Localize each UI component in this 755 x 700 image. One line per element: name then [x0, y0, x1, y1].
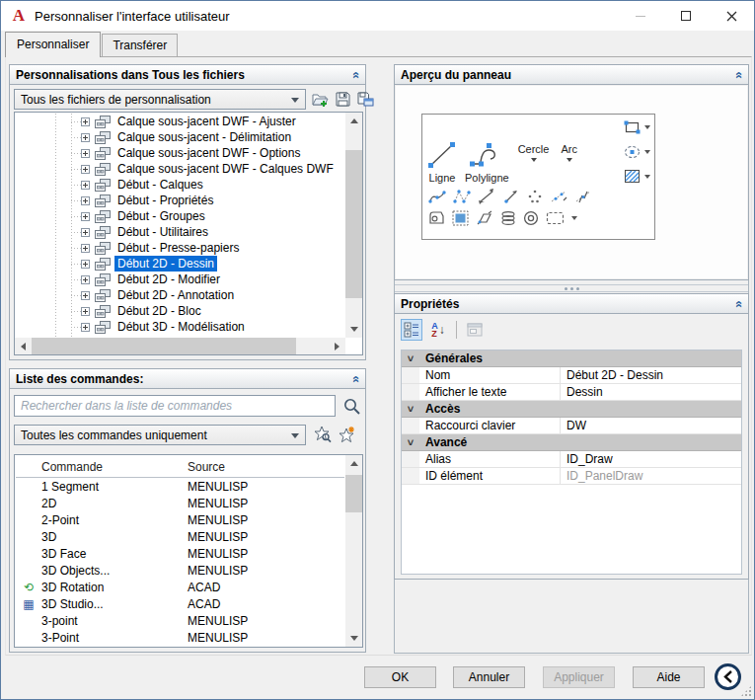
collapse-icon[interactable]: « — [733, 300, 743, 307]
collapse-icon[interactable]: « — [350, 375, 360, 382]
command-row[interactable]: 3-Point MENULISP — [16, 629, 344, 646]
scroll-down-icon[interactable] — [345, 321, 362, 338]
tree-item[interactable]: Début 2D - Annotation — [16, 287, 344, 303]
scroll-left-icon[interactable] — [15, 338, 32, 354]
gradient-icon[interactable] — [452, 210, 469, 226]
surface-icon[interactable] — [476, 210, 493, 226]
expand-plus-icon[interactable] — [81, 228, 90, 237]
customization-file-combo[interactable]: Tous les fichiers de personnalisation — [14, 89, 306, 110]
pane-splitter[interactable] — [395, 284, 748, 292]
cercle-button[interactable]: Cercle — [512, 118, 556, 186]
alphabetical-sort-button[interactable]: AZ↓ — [427, 319, 449, 341]
command-vscroll-thumb[interactable] — [345, 475, 362, 512]
tree-item[interactable]: Début - Groupes — [16, 208, 344, 224]
tree-item[interactable]: Début 2D - Modifier — [16, 272, 344, 287]
tree-item[interactable]: Calque sous-jacent DWF - Calques DWF — [16, 161, 344, 177]
column-commande[interactable]: Commande — [41, 460, 188, 474]
property-row[interactable]: Raccourci clavier DW — [402, 418, 741, 434]
expand-plus-icon[interactable] — [81, 307, 90, 316]
collapse-icon[interactable]: « — [733, 71, 743, 78]
boundary-icon[interactable] — [546, 211, 565, 225]
scroll-up-icon[interactable] — [345, 455, 362, 472]
expand-plus-icon[interactable] — [81, 275, 90, 284]
rectangle-button[interactable] — [624, 120, 650, 134]
multiple-points-icon[interactable] — [527, 189, 543, 204]
save-as-icon[interactable] — [357, 91, 374, 108]
column-source[interactable]: Source — [188, 460, 225, 474]
search-icon[interactable] — [342, 397, 361, 416]
tree-item[interactable]: Début 2D - Dessin — [16, 256, 344, 272]
expand-plus-icon[interactable] — [81, 133, 90, 142]
minimize-button[interactable] — [618, 1, 663, 31]
property-row[interactable]: ID élément ID_PanelDraw — [402, 468, 741, 485]
expand-plus-icon[interactable] — [81, 212, 90, 221]
tree-horizontal-scrollbar[interactable] — [15, 338, 345, 354]
scroll-up-icon[interactable] — [345, 113, 362, 129]
maximize-button[interactable] — [663, 1, 709, 31]
property-value[interactable]: Dessin — [560, 384, 741, 400]
property-row[interactable]: Alias ID_Draw — [402, 451, 741, 468]
revision-stack-icon[interactable] — [500, 210, 516, 226]
scroll-right-icon[interactable] — [329, 338, 345, 354]
tree-item[interactable]: Début 3D - Modélisation — [16, 319, 344, 335]
close-button[interactable] — [709, 1, 754, 31]
save-icon[interactable] — [335, 91, 351, 108]
tree-item[interactable]: Début - Presse-papiers — [16, 240, 344, 256]
donut-icon[interactable] — [523, 210, 539, 226]
ray-icon[interactable] — [502, 189, 520, 204]
cancel-button[interactable]: Annuler — [453, 666, 525, 688]
region-icon[interactable] — [428, 210, 445, 226]
tree-item[interactable]: Calque sous-jacent - Délimitation — [16, 129, 344, 145]
expand-plus-icon[interactable] — [81, 149, 90, 158]
collapse-dialog-button[interactable] — [715, 663, 741, 690]
expand-plus-icon[interactable] — [81, 323, 90, 332]
property-value[interactable]: ID_Draw — [560, 451, 741, 467]
tab-personnaliser[interactable]: Personnaliser — [5, 32, 101, 57]
expand-plus-icon[interactable] — [81, 181, 90, 190]
help-button[interactable]: Aide — [633, 666, 705, 688]
property-row[interactable]: Accès — [402, 401, 741, 418]
tab-transferer[interactable]: Transférer — [102, 34, 178, 57]
property-value[interactable]: ID_PanelDraw — [560, 468, 741, 484]
resize-grip[interactable] — [741, 686, 751, 696]
command-row[interactable]: 2-Point MENULISP — [16, 511, 344, 528]
xline-icon[interactable] — [478, 189, 495, 204]
spline-fit-icon[interactable] — [428, 189, 446, 204]
spline-cv-icon[interactable] — [453, 189, 471, 204]
polyligne-button[interactable]: Polyligne — [462, 118, 512, 186]
divide-icon[interactable] — [550, 189, 567, 204]
expand-plus-icon[interactable] — [81, 165, 90, 174]
expand-plus-icon[interactable] — [81, 291, 90, 300]
tree-hscroll-thumb[interactable] — [32, 338, 296, 354]
command-row[interactable]: 3D Objects... MENULISP — [16, 562, 344, 579]
tree-item[interactable]: Début 3D - Maille — [16, 335, 344, 337]
command-search-input[interactable] — [14, 395, 336, 417]
hatch-button[interactable] — [624, 169, 650, 184]
command-row[interactable]: 3-point MENULISP — [16, 612, 344, 629]
measure-icon[interactable] — [574, 189, 592, 204]
command-table-header[interactable]: Commande Source — [16, 456, 344, 478]
tree-item[interactable]: Début 2D - Bloc — [16, 303, 344, 319]
property-row[interactable]: Générales — [402, 350, 741, 367]
expand-plus-icon[interactable] — [81, 117, 90, 126]
property-value[interactable]: DW — [560, 418, 741, 433]
command-row[interactable]: 3D Face MENULISP — [16, 545, 344, 562]
new-command-icon[interactable] — [339, 426, 356, 443]
find-command-icon[interactable] — [314, 426, 332, 443]
expand-plus-icon[interactable] — [81, 196, 90, 205]
tree-vertical-scrollbar[interactable] — [345, 113, 362, 338]
command-row[interactable]: 3D Rotation ACAD — [16, 579, 344, 595]
collapse-icon[interactable]: « — [350, 71, 360, 78]
tree-item[interactable]: Calque sous-jacent DWF - Ajuster — [16, 114, 344, 129]
ligne-button[interactable]: Ligne — [422, 118, 462, 186]
command-vertical-scrollbar[interactable] — [345, 455, 362, 647]
chevron-down-icon[interactable] — [571, 216, 577, 220]
expand-plus-icon[interactable] — [81, 244, 90, 253]
property-grid[interactable]: Générales Nom Début 2D - Dessin Afficher… — [401, 350, 742, 575]
expand-plus-icon[interactable] — [81, 260, 90, 269]
property-value[interactable]: Début 2D - Dessin — [560, 367, 741, 383]
arc-button[interactable]: Arc — [555, 118, 583, 186]
ellipse-button[interactable] — [624, 145, 650, 159]
tree-item[interactable]: Début - Propriétés — [16, 193, 344, 208]
scroll-down-icon[interactable] — [345, 630, 362, 647]
